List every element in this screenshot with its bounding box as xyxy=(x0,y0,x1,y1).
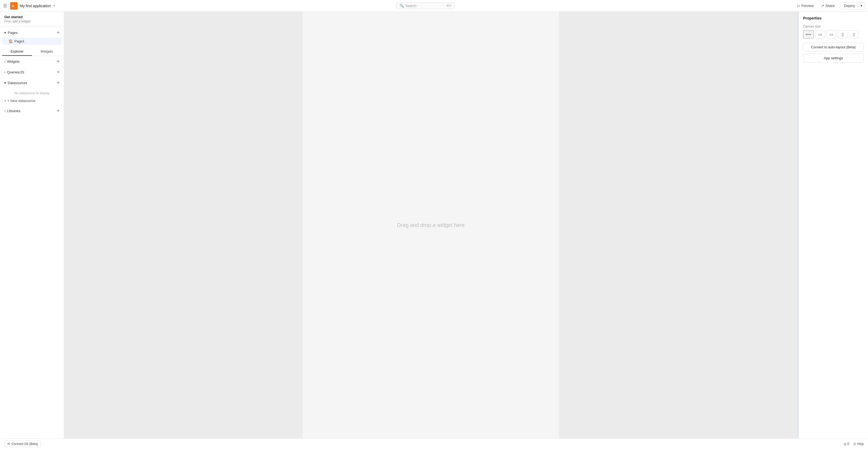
topbar-right: ▷ Preview ↗ Share Deploy ▾ xyxy=(796,2,865,9)
connect-git-icon: ⟲ xyxy=(7,442,10,446)
queries-label: Queries/JS xyxy=(7,70,24,74)
search-icon: 🔍 xyxy=(400,4,404,8)
pages-add-icon[interactable]: + xyxy=(57,30,60,35)
help-icon: ⊙ xyxy=(853,442,856,446)
widgets-chevron-icon: › xyxy=(4,60,5,64)
deploy-caret-icon[interactable]: ▾ xyxy=(858,2,865,9)
topbar-left: ☰ a_ My first application ▾ xyxy=(3,2,55,10)
preview-icon: ▷ xyxy=(798,4,800,8)
pages-section-title: ▾ Pages xyxy=(4,31,18,35)
pages-chevron-icon: ▾ xyxy=(4,31,6,35)
page-icon: 🏠 xyxy=(8,39,13,43)
new-datasource-button[interactable]: + + New datasource xyxy=(0,97,64,104)
help-button[interactable]: ⊙ Help xyxy=(853,442,864,446)
queries-header[interactable]: › Queries/JS + xyxy=(0,68,64,76)
right-sidebar: Properties Canvas size ⟺ ▭ ▭ ▯ ▯ Convert… xyxy=(799,12,868,438)
libraries-label: Libraries xyxy=(7,109,20,113)
datasources-title: ▾ Datasources xyxy=(4,81,27,85)
new-datasource-plus-icon: + xyxy=(4,99,6,103)
size-btn-mobile[interactable]: ▯ xyxy=(849,30,859,38)
deploy-button[interactable]: Deploy ▾ xyxy=(841,2,865,9)
page1-label: Page1 xyxy=(14,39,25,43)
datasources-chevron-icon: ▾ xyxy=(4,81,6,85)
connect-git-button[interactable]: ⟲ Connect Git (Beta) xyxy=(4,441,41,447)
size-btn-laptop[interactable]: ▭ xyxy=(827,30,836,38)
libraries-title: › Libraries xyxy=(4,109,20,113)
left-sidebar: Get started First, add a widget ▾ Pages … xyxy=(0,12,64,438)
widgets-header[interactable]: › Widgets + xyxy=(0,57,64,66)
size-btn-tablet[interactable]: ▯ xyxy=(838,30,847,38)
topbar-center: 🔍 Search ⌘K xyxy=(55,2,796,9)
widgets-add-icon[interactable]: + xyxy=(57,59,60,64)
bottombar-right: ◎ 0 ⊙ Help xyxy=(844,442,864,446)
get-started-subtitle: First, add a widget xyxy=(4,20,60,23)
deploy-main-label[interactable]: Deploy xyxy=(841,2,858,9)
queries-title: › Queries/JS xyxy=(4,70,24,74)
drag-drop-hint: Drag and drop a widget here xyxy=(397,222,465,228)
get-started-section: Get started First, add a widget xyxy=(0,12,64,26)
body-area: Get started First, add a widget ▾ Pages … xyxy=(0,12,868,438)
queries-add-icon[interactable]: + xyxy=(57,70,60,74)
share-label: Share xyxy=(826,4,835,8)
pages-section-header[interactable]: ▾ Pages + xyxy=(0,28,64,37)
size-btn-fluid[interactable]: ⟺ xyxy=(803,30,814,38)
libraries-add-icon[interactable]: + xyxy=(57,108,60,113)
app-settings-button[interactable]: App settings xyxy=(803,54,864,62)
preview-label: Preview xyxy=(802,4,814,8)
zoom-indicator[interactable]: ◎ 0 xyxy=(844,442,849,446)
widgets-label: Widgets xyxy=(7,60,20,64)
divider xyxy=(0,27,64,27)
app-name: My first application xyxy=(20,4,51,8)
search-bar[interactable]: 🔍 Search ⌘K xyxy=(396,2,455,9)
tab-widgets[interactable]: Widgets xyxy=(32,47,62,56)
datasources-label: Datasources xyxy=(8,81,27,85)
zoom-circle-icon: ◎ xyxy=(844,442,846,446)
datasources-subsection: ▾ Datasources + No datasource to display… xyxy=(0,77,64,105)
datasources-header[interactable]: ▾ Datasources + xyxy=(0,78,64,87)
libraries-chevron-icon: › xyxy=(4,109,5,113)
new-datasource-label: + New datasource xyxy=(7,99,35,103)
widgets-subsection: › Widgets + xyxy=(0,56,64,67)
zoom-count: 0 xyxy=(847,442,849,446)
share-button[interactable]: ↗ Share xyxy=(820,3,836,9)
queries-chevron-icon: › xyxy=(4,70,5,74)
datasources-add-icon[interactable]: + xyxy=(57,81,60,85)
canvas-area: Drag and drop a widget here xyxy=(64,12,798,438)
get-started-title: Get started xyxy=(4,15,60,19)
connect-git-label: Connect Git (Beta) xyxy=(11,442,38,446)
no-datasource-text: No datasource to display xyxy=(0,87,64,97)
share-icon: ↗ xyxy=(821,4,824,8)
explorer-widgets-tabs: Explorer Widgets xyxy=(2,47,62,56)
canvas-size-label: Canvas size xyxy=(803,25,864,28)
tab-explorer[interactable]: Explorer xyxy=(2,47,32,56)
libraries-header[interactable]: › Libraries + xyxy=(0,106,64,115)
canvas-inner: Drag and drop a widget here xyxy=(303,12,559,438)
app-logo: a_ xyxy=(10,2,18,10)
size-btn-desktop[interactable]: ▭ xyxy=(815,30,825,38)
libraries-subsection: › Libraries + xyxy=(0,105,64,116)
preview-button[interactable]: ▷ Preview xyxy=(796,3,815,9)
hamburger-icon[interactable]: ☰ xyxy=(3,3,7,8)
pages-label: Pages xyxy=(8,31,18,35)
widgets-title: › Widgets xyxy=(4,60,20,64)
convert-autolayout-button[interactable]: Convert to auto-layout (Beta) xyxy=(803,43,864,52)
properties-title: Properties xyxy=(803,16,864,20)
search-shortcut: ⌘K xyxy=(446,4,451,7)
topbar: ☰ a_ My first application ▾ 🔍 Search ⌘K … xyxy=(0,0,868,12)
search-placeholder: Search xyxy=(405,4,416,8)
page1-item[interactable]: 🏠 Page1 xyxy=(2,38,62,45)
size-options: ⟺ ▭ ▭ ▯ ▯ xyxy=(803,30,864,38)
bottombar: ⟲ Connect Git (Beta) ◎ 0 ⊙ Help xyxy=(0,438,868,449)
help-label: Help xyxy=(857,442,864,446)
queries-subsection: › Queries/JS + xyxy=(0,67,64,77)
